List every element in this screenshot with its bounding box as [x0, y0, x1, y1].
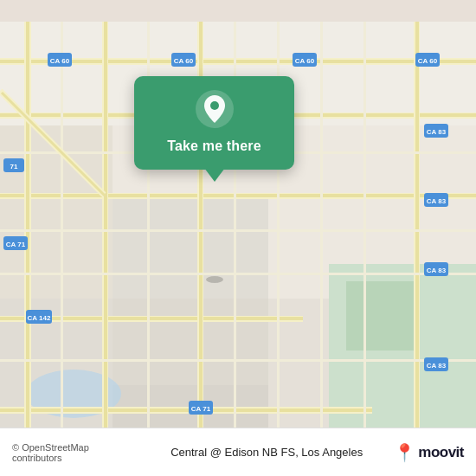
svg-text:CA 83: CA 83 [427, 128, 447, 136]
svg-text:CA 60: CA 60 [50, 57, 70, 65]
svg-text:CA 142: CA 142 [28, 314, 51, 322]
bottom-bar: © OpenStreetMap contributors Central @ E… [0, 428, 476, 476]
popup-card: Take me there [134, 76, 294, 170]
svg-text:CA 83: CA 83 [427, 362, 447, 370]
svg-text:CA 83: CA 83 [427, 267, 447, 274]
map-background: CA 60 CA 60 CA 60 CA 60 CA 83 CA 83 CA 8… [0, 0, 476, 476]
moovit-logo: 📍 moovit [394, 442, 464, 463]
svg-rect-41 [363, 22, 366, 454]
svg-rect-34 [0, 273, 476, 275]
svg-rect-4 [113, 195, 268, 299]
svg-text:CA 60: CA 60 [295, 57, 315, 65]
location-label: Central @ Edison NB FS, Los Angeles [139, 446, 394, 459]
svg-text:CA 71: CA 71 [191, 405, 211, 413]
svg-point-70 [210, 101, 219, 110]
svg-rect-35 [0, 359, 476, 362]
moovit-logo-text: moovit [418, 444, 464, 461]
svg-text:CA 60: CA 60 [418, 57, 438, 65]
moovit-pin-icon: 📍 [394, 442, 415, 463]
svg-rect-18 [0, 194, 476, 197]
location-pin-icon [194, 88, 235, 130]
svg-point-68 [206, 276, 223, 283]
svg-text:71: 71 [10, 163, 18, 170]
take-me-there-button[interactable]: Take me there [167, 138, 261, 154]
svg-rect-33 [0, 229, 476, 232]
svg-rect-36 [61, 22, 63, 454]
map-container: CA 60 CA 60 CA 60 CA 60 CA 83 CA 83 CA 8… [0, 0, 476, 476]
svg-rect-26 [104, 22, 107, 454]
svg-rect-22 [0, 408, 372, 412]
svg-rect-31 [415, 22, 419, 454]
svg-rect-11 [346, 281, 415, 351]
svg-text:CA 83: CA 83 [427, 197, 447, 205]
osm-attribution: © OpenStreetMap contributors [12, 442, 139, 463]
svg-text:CA 60: CA 60 [174, 57, 194, 65]
svg-text:CA 71: CA 71 [6, 241, 26, 248]
svg-rect-40 [320, 22, 323, 454]
svg-rect-7 [113, 299, 268, 385]
